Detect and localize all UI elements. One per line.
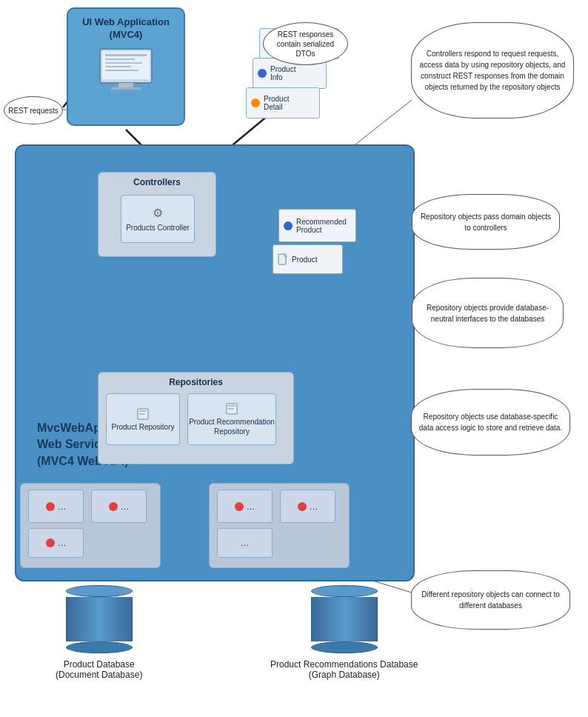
callout-repo-provide: Repository objects provide database-neut…: [412, 278, 564, 348]
svg-rect-13: [105, 62, 142, 64]
left-db-icon1: [46, 502, 55, 511]
db-top-ellipse-right: [311, 585, 378, 597]
callout-controllers-respond: Controllers respond to request requests,…: [411, 22, 574, 119]
domain-product-doc-icon: [278, 253, 288, 265]
left-db-inner-box: … … …: [20, 483, 161, 568]
product-rec-db-label: Product Recommendations Database (Graph …: [270, 659, 418, 680]
dto-productdetail-card: ProductDetail: [246, 87, 320, 119]
svg-line-4: [355, 100, 412, 144]
right-db-dots3: …: [241, 538, 250, 548]
dto-productinfo-label: ProductInfo: [270, 65, 295, 81]
domain-rec-product-icon: [284, 221, 293, 230]
domain-recommended-product-card: RecommendedProduct: [278, 209, 356, 242]
product-db-label: Product Database (Document Database): [56, 659, 142, 680]
ui-webapp-label: UI Web Application (MVC4): [68, 16, 184, 41]
domain-product-card: Product: [273, 244, 343, 274]
right-db-item2: …: [280, 490, 335, 523]
product-rec-repo-label: Product Recommendation Repository: [188, 417, 275, 436]
left-db-item1: …: [28, 490, 84, 523]
svg-rect-11: [105, 54, 147, 56]
controllers-label: Controllers: [98, 177, 216, 187]
dto-productinfo-icon: [258, 69, 267, 78]
callout-different-repo: Different repository objects can connect…: [411, 570, 570, 630]
controllers-box: Controllers ⚙ Products Controller: [98, 172, 216, 257]
svg-rect-19: [139, 410, 147, 412]
svg-rect-17: [111, 87, 141, 90]
left-db-icon2: [109, 502, 118, 511]
products-controller-label: Products Controller: [126, 223, 190, 233]
repositories-label: Repositories: [98, 377, 293, 387]
left-db-dots1: …: [58, 501, 67, 512]
product-rec-repo-card: Product Recommendation Repository: [187, 393, 276, 445]
gear-icon: ⚙: [153, 206, 163, 220]
right-db-item1: …: [217, 490, 273, 523]
svg-rect-20: [139, 413, 145, 415]
diagram-root: UI Web Application (MVC4) MvcWebApi Web …: [0, 0, 588, 717]
db-body-right: [311, 597, 378, 641]
callout-repo-pass: Repository objects pass domain objects t…: [412, 194, 560, 250]
right-db-dots1: …: [247, 501, 255, 512]
svg-rect-12: [105, 59, 135, 60]
left-db-dots2: …: [121, 501, 130, 512]
dto-productdetail-label: ProductDetail: [264, 95, 289, 111]
callout-rest-requests: REST requests: [4, 96, 63, 124]
monitor-icon: [96, 47, 156, 92]
right-db-item3: …: [217, 528, 273, 558]
repositories-box: Repositories Product Repository Product …: [98, 372, 294, 464]
svg-rect-23: [228, 408, 234, 410]
left-db-icon3: [46, 538, 55, 547]
db-bottom-ellipse-right: [311, 641, 378, 653]
product-rec-repo-icon: [225, 402, 238, 416]
product-repo-card: Product Repository: [106, 393, 180, 445]
products-controller-card: ⚙ Products Controller: [121, 195, 195, 243]
svg-rect-14: [105, 66, 131, 67]
right-db-icon2: [298, 502, 307, 511]
left-db-item3: …: [28, 528, 84, 558]
right-db-inner-box: … … …: [209, 483, 350, 568]
left-db-item2: …: [91, 490, 147, 523]
left-db-dots3: …: [58, 538, 67, 548]
product-rec-db-cylinder: Product Recommendations Database (Graph …: [270, 585, 418, 680]
product-db-cylinder: Product Database (Document Database): [56, 585, 142, 680]
domain-product-label: Product: [292, 256, 317, 264]
callout-rest-responses: REST responses contain serialized DTOs: [263, 22, 348, 65]
svg-rect-22: [228, 405, 235, 407]
domain-rec-product-label: RecommendedProduct: [296, 218, 347, 234]
dto-productdetail-icon: [251, 99, 260, 107]
product-repo-label: Product Repository: [111, 422, 174, 432]
right-db-icon1: [235, 502, 244, 511]
db-body-left: [66, 597, 133, 641]
db-bottom-ellipse-left: [66, 641, 133, 653]
ui-webapp-box: UI Web Application (MVC4): [67, 7, 185, 126]
svg-rect-16: [118, 83, 133, 87]
db-top-ellipse-left: [66, 585, 133, 597]
callout-repo-use: Repository objects use database-specific…: [411, 389, 570, 456]
svg-rect-15: [105, 70, 138, 71]
right-db-dots2: …: [310, 501, 318, 512]
product-repo-icon: [136, 407, 150, 421]
